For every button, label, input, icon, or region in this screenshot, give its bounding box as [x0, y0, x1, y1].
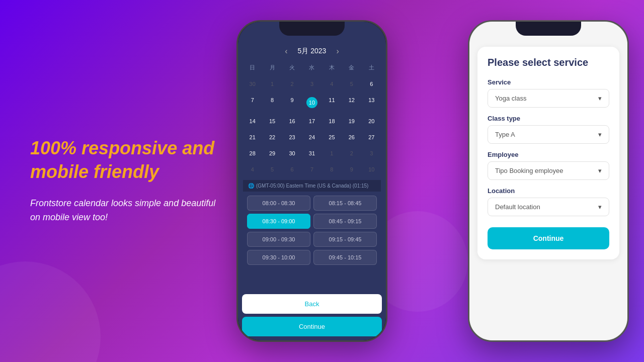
cal-day[interactable]: 9	[283, 95, 301, 111]
globe-icon: 🌐	[248, 183, 254, 189]
class-type-label: Class type	[488, 115, 609, 122]
cal-day[interactable]: 5	[263, 164, 281, 175]
cal-day[interactable]: 10	[362, 164, 381, 175]
cal-day[interactable]: 17	[302, 116, 321, 127]
deco-circle-1	[0, 261, 101, 362]
back-button[interactable]: Back	[242, 294, 382, 314]
cal-day[interactable]: 25	[323, 132, 341, 143]
service-select[interactable]: Yoga class ▾	[488, 89, 609, 108]
cal-day[interactable]: 29	[263, 148, 281, 159]
cal-day[interactable]: 16	[283, 116, 301, 127]
timezone-label: (GMT-05:00) Eastern Time (US & Canada) (…	[256, 183, 368, 189]
continue-button-calendar[interactable]: Continue	[242, 317, 382, 336]
cal-day[interactable]: 27	[362, 132, 381, 143]
employee-select[interactable]: Tipo Booking employee ▾	[488, 161, 609, 180]
cal-day[interactable]: 26	[342, 132, 361, 143]
phone-service-mockup: Please select service Service Yoga class…	[468, 20, 629, 342]
main-heading: 100% responsive and mobile friendly	[30, 137, 221, 184]
service-field-group: Service Yoga class ▾	[488, 78, 609, 108]
day-header-tue: 火	[283, 62, 301, 73]
calendar-screen: ‹ 5月 2023 › 日 月 火 水 木 金 土 30 1 2 3 4	[238, 22, 386, 340]
cal-day[interactable]: 4	[243, 164, 262, 175]
cal-day[interactable]: 15	[263, 116, 281, 127]
service-chevron-icon: ▾	[598, 95, 602, 102]
cal-day[interactable]: 4	[323, 78, 341, 89]
cal-day[interactable]: 28	[243, 148, 262, 159]
service-card: Please select service Service Yoga class…	[477, 47, 619, 259]
day-header-mon: 月	[263, 62, 281, 73]
cal-day[interactable]: 5	[342, 78, 361, 89]
cal-day[interactable]: 6	[362, 78, 381, 89]
cal-day[interactable]: 21	[243, 132, 262, 143]
continue-button-service[interactable]: Continue	[488, 227, 609, 249]
calendar-month-title: 5月 2023	[298, 47, 327, 56]
time-slot-4[interactable]: 09:00 - 09:30	[247, 232, 310, 247]
sub-text: Frontstore calendar looks simple and bea…	[30, 196, 221, 225]
time-slots-grid: 08:00 - 08:30 08:15 - 08:45 08:30 - 09:0…	[243, 192, 381, 269]
calendar-bottom-buttons: Back Continue	[238, 290, 386, 340]
cal-day[interactable]: 8	[323, 164, 341, 175]
location-chevron-icon: ▾	[598, 203, 602, 211]
time-slot-0[interactable]: 08:00 - 08:30	[247, 196, 310, 211]
class-type-chevron-icon: ▾	[598, 131, 602, 138]
cal-day[interactable]: 7	[302, 164, 321, 175]
location-field-group: Location Default location ▾	[488, 187, 609, 216]
cal-day[interactable]: 19	[342, 116, 361, 127]
cal-day[interactable]: 3	[302, 78, 321, 89]
employee-chevron-icon: ▾	[598, 167, 602, 174]
calendar-week-5: 4 5 6 7 8 9 10	[243, 164, 381, 175]
location-label: Location	[488, 187, 609, 195]
calendar-prev-btn[interactable]: ‹	[285, 47, 287, 56]
cal-day[interactable]: 14	[243, 116, 262, 127]
cal-day[interactable]: 20	[362, 116, 381, 127]
day-header-sun: 日	[243, 62, 262, 73]
class-type-select[interactable]: Type A ▾	[488, 125, 609, 144]
left-section: 100% responsive and mobile friendly Fron…	[30, 137, 221, 225]
location-select[interactable]: Default location ▾	[488, 198, 609, 216]
cal-day[interactable]: 1	[323, 148, 341, 159]
cal-day[interactable]: 18	[323, 116, 341, 127]
service-screen: Please select service Service Yoga class…	[469, 22, 627, 340]
cal-day[interactable]: 2	[283, 78, 301, 89]
cal-day-selected[interactable]: 10	[302, 95, 321, 111]
service-screen-inner: Please select service Service Yoga class…	[469, 22, 627, 267]
calendar-next-btn[interactable]: ›	[336, 47, 339, 56]
cal-day[interactable]: 6	[283, 164, 301, 175]
cal-day[interactable]: 31	[302, 148, 321, 159]
cal-day[interactable]: 9	[342, 164, 361, 175]
cal-day[interactable]: 30	[283, 148, 301, 159]
day-header-fri: 金	[342, 62, 361, 73]
cal-day[interactable]: 8	[263, 95, 281, 111]
calendar-day-headers: 日 月 火 水 木 金 土	[243, 62, 381, 73]
class-type-value: Type A	[495, 131, 515, 138]
cal-day[interactable]: 3	[362, 148, 381, 159]
cal-day[interactable]: 22	[263, 132, 281, 143]
calendar-area: ‹ 5月 2023 › 日 月 火 水 木 金 土 30 1 2 3 4	[238, 22, 386, 290]
time-slot-7[interactable]: 09:45 - 10:15	[313, 250, 377, 265]
class-type-field-group: Class type Type A ▾	[488, 115, 609, 144]
cal-day[interactable]: 23	[283, 132, 301, 143]
time-slot-2[interactable]: 08:30 - 09:00	[247, 214, 310, 229]
day-header-wed: 水	[302, 62, 321, 73]
cal-day[interactable]: 2	[342, 148, 361, 159]
calendar-header: ‹ 5月 2023 ›	[243, 47, 381, 56]
time-slot-6[interactable]: 09:30 - 10:00	[247, 250, 310, 265]
calendar-week-2: 14 15 16 17 18 19 20	[243, 116, 381, 127]
cal-day[interactable]: 24	[302, 132, 321, 143]
cal-day[interactable]: 13	[362, 95, 381, 111]
location-value: Default location	[495, 203, 540, 211]
time-slot-3[interactable]: 08:45 - 09:15	[313, 214, 377, 229]
calendar-week-0: 30 1 2 3 4 5 6	[243, 78, 381, 89]
cal-day[interactable]: 11	[323, 95, 341, 111]
cal-day[interactable]: 12	[342, 95, 361, 111]
day-header-thu: 木	[323, 62, 341, 73]
time-slot-1[interactable]: 08:15 - 08:45	[313, 196, 377, 211]
cal-day[interactable]: 1	[263, 78, 281, 89]
service-card-title: Please select service	[488, 57, 609, 68]
cal-day[interactable]: 7	[243, 95, 262, 111]
cal-day[interactable]: 30	[243, 78, 262, 89]
time-slot-5[interactable]: 09:15 - 09:45	[313, 232, 377, 247]
employee-label: Employee	[488, 151, 609, 158]
service-value: Yoga class	[495, 95, 526, 102]
phone-calendar-mockup: ‹ 5月 2023 › 日 月 火 水 木 金 土 30 1 2 3 4	[236, 20, 387, 342]
